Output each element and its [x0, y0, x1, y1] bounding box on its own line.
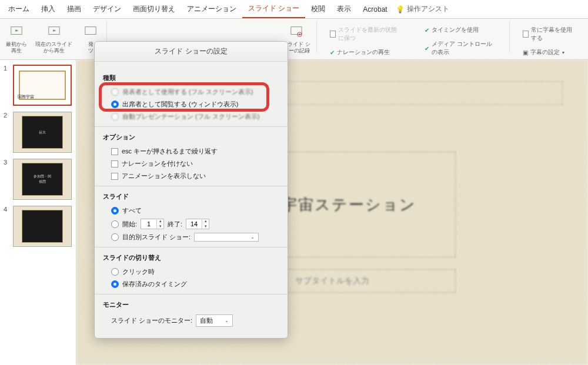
presenter-icon [81, 22, 101, 40]
section-monitor: モニター [103, 300, 279, 309]
loop-until-esc-checkbox[interactable]: esc キーが押されるまで繰り返す [103, 145, 279, 158]
slide-subtitle: サブタイトルを入力 [295, 276, 369, 286]
radio-icon [111, 113, 119, 120]
slide-thumbnail[interactable]: 目次 [13, 112, 72, 153]
radio-icon [111, 101, 119, 108]
check-icon: ✔ [425, 27, 429, 34]
slide-number: 3 [4, 159, 9, 200]
record-icon [286, 22, 306, 40]
slideshow-settings-dialog: スライド ショーの設定 種類 発表者として使用する (フル スクリーン表示) 出… [94, 41, 288, 339]
checkbox-icon [111, 173, 118, 180]
show-type-fullscreen-radio[interactable]: 発表者として使用する (フル スクリーン表示) [103, 86, 279, 98]
slides-all-radio[interactable]: すべて [103, 205, 279, 217]
chevron-down-icon: ▾ [562, 50, 564, 55]
always-use-subtitles-checkbox[interactable]: 常に字幕を使用する [519, 25, 579, 43]
tell-me-label: 操作アシスト [407, 4, 449, 14]
svg-point-7 [299, 34, 300, 35]
radio-icon [111, 207, 119, 215]
svg-marker-1 [15, 29, 19, 32]
advance-click-radio[interactable]: クリック時 [103, 266, 279, 278]
step-down-icon[interactable]: ▾ [156, 224, 163, 229]
bulb-icon: 💡 [396, 5, 405, 14]
slide-number: 1 [4, 65, 9, 106]
slide-thumbnail[interactable]: 参加国・関 係国 [13, 159, 72, 200]
play-narration-checkbox[interactable]: ✔ ナレーションの再生 [326, 47, 406, 58]
tab-review[interactable]: 校閲 [305, 1, 331, 18]
subtitle-settings-button[interactable]: ▣ 字幕の設定 ▾ [519, 47, 579, 58]
step-down-icon[interactable]: ▾ [202, 224, 209, 229]
monitor-label: スライド ショーのモニター: [111, 316, 192, 325]
tab-acrobat[interactable]: Acrobat [357, 2, 393, 17]
show-type-kiosk-radio[interactable]: 自動プレゼンテーション (フル スクリーン表示) [103, 110, 279, 123]
checkbox-icon [111, 160, 118, 168]
play-icon [6, 22, 26, 40]
to-slide-input[interactable]: ▴▾ [186, 219, 209, 229]
ribbon-toolbar: 最初から再生 現在のスライドから再生 発ツ スライド ショーの記録 スライドを最… [0, 19, 588, 60]
checkbox-icon [111, 148, 118, 155]
radio-icon [111, 233, 119, 241]
subtitle-icon: ▣ [523, 49, 528, 56]
without-narration-checkbox[interactable]: ナレーションを付けない [103, 158, 279, 170]
slide-thumbnail[interactable] [13, 206, 72, 247]
tab-design[interactable]: デザイン [87, 1, 127, 18]
radio-icon [111, 220, 119, 228]
play-from-current-button[interactable]: 現在のスライドから再生 [33, 21, 75, 55]
checkbox-icon [523, 31, 529, 38]
custom-show-radio[interactable]: 目的別スライド ショー: ⌄ [103, 231, 279, 243]
tab-home[interactable]: ホーム [2, 1, 35, 18]
chevron-updown-icon: ⌄ [250, 235, 255, 240]
monitor-select[interactable]: 自動 ⌄ [196, 314, 233, 327]
radio-icon [111, 88, 119, 96]
slide-number: 4 [4, 206, 9, 247]
slide-thumbnail-panel: 1 国際宇宙 2 目次 3 参加国・関 係国 4 [0, 60, 76, 365]
tab-animation[interactable]: アニメーション [181, 1, 242, 18]
keep-slides-updated-checkbox[interactable]: スライドを最新の状態に保つ [326, 25, 406, 43]
svg-rect-4 [85, 27, 96, 35]
dialog-title: スライド ショーの設定 [95, 42, 288, 62]
step-up-icon[interactable]: ▴ [156, 219, 163, 224]
tab-insert[interactable]: 挿入 [35, 1, 61, 18]
check-icon: ✔ [330, 49, 335, 56]
svg-marker-3 [53, 29, 56, 32]
show-type-window-radio[interactable]: 出席者として閲覧する (ウィンドウ表示) [103, 98, 279, 110]
show-media-controls-checkbox[interactable]: ✔ メディア コントロールの表示 [421, 39, 500, 58]
tab-transition[interactable]: 画面切り替え [127, 1, 181, 18]
main-area: 1 国際宇宙 2 目次 3 参加国・関 係国 4 [0, 60, 588, 365]
radio-icon [111, 280, 119, 288]
tab-view[interactable]: 表示 [331, 1, 357, 18]
svg-rect-5 [291, 27, 302, 35]
tab-slideshow[interactable]: スライド ショー [242, 0, 305, 18]
custom-show-select[interactable]: ⌄ [194, 233, 259, 242]
slide-number: 2 [4, 112, 9, 153]
tell-me[interactable]: 💡 操作アシスト [396, 4, 449, 14]
play-current-icon [44, 22, 64, 40]
step-up-icon[interactable]: ▴ [202, 219, 209, 224]
slides-range-radio[interactable]: 開始: ▴▾ 終了: ▴▾ [103, 217, 279, 231]
advance-timing-radio[interactable]: 保存済みのタイミング [103, 278, 279, 290]
slide-thumbnail[interactable]: 国際宇宙 [13, 65, 72, 106]
from-slide-input[interactable]: ▴▾ [141, 219, 164, 229]
chevron-updown-icon: ⌄ [225, 318, 229, 323]
check-icon: ✔ [425, 45, 429, 52]
use-timings-checkbox[interactable]: ✔ タイミングを使用 [421, 25, 500, 35]
checkbox-icon [330, 31, 336, 38]
without-animation-checkbox[interactable]: アニメーションを表示しない [103, 170, 279, 182]
tab-draw[interactable]: 描画 [61, 1, 87, 18]
section-advance: スライドの切り替え [103, 253, 279, 262]
section-options: オプション [103, 133, 279, 142]
ribbon-tabs: ホーム 挿入 描画 デザイン 画面切り替え アニメーション スライド ショー 校… [0, 0, 588, 19]
section-type: 種類 [103, 73, 279, 82]
section-slides: スライド [103, 192, 279, 201]
radio-icon [111, 268, 119, 276]
play-from-start-button[interactable]: 最初から再生 [4, 21, 29, 55]
